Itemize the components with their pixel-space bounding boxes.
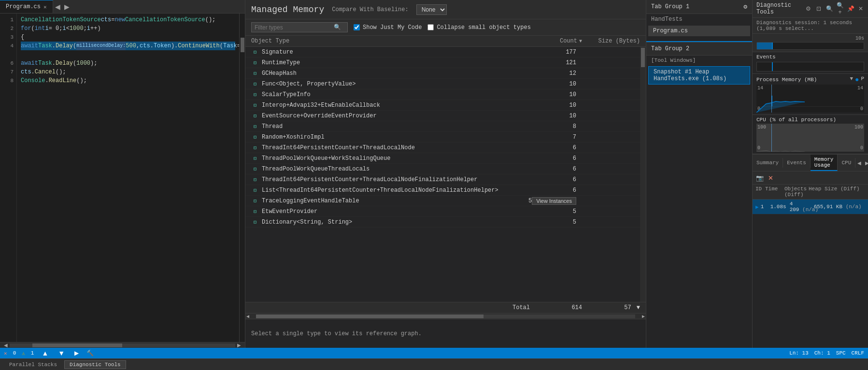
collapse-small-group: Collapse small object types <box>427 24 530 31</box>
gear-icon[interactable]: ⚙ <box>743 3 747 11</box>
object-count: 5 <box>528 219 576 226</box>
close-icon[interactable]: ✕ <box>43 4 47 10</box>
tab-memory-usage[interactable]: Memory Usage <box>811 155 838 171</box>
process-memory-label: Process Memory (MB) <box>756 77 817 83</box>
object-count: 177 <box>528 49 576 56</box>
filter-input[interactable] <box>255 24 332 31</box>
chart-icons: ▼ ● P <box>850 76 864 84</box>
memory-horizontal-scrollbar[interactable]: ◀ ▶ <box>245 313 646 319</box>
scroll-left-btn[interactable]: ◀ <box>2 342 10 348</box>
tab-diagnostic-tools[interactable]: Diagnostic Tools <box>64 360 126 369</box>
tab-parallel-stacks[interactable]: Parallel Stacks <box>4 360 62 369</box>
snapshot-row[interactable]: ▶ 1 1.08s 4 209 (n/a) 655,91 KB (n/a) <box>753 199 868 214</box>
timeline-track[interactable] <box>756 42 864 50</box>
scroll-down-btn[interactable]: ▼ <box>56 348 67 358</box>
program-cs-file[interactable]: Program.cs <box>648 26 750 36</box>
table-row[interactable]: ⊡ ThreadPoolWorkQueueThreadLocals 6 <box>245 164 640 174</box>
table-row[interactable]: ⊡ ThreadInt64PersistentCounter+ThreadLoc… <box>245 142 640 153</box>
events-section: Events <box>753 52 868 74</box>
code-content-area: 1 2 3 4 6 7 8 CancellationTokenSource ct… <box>0 14 245 342</box>
table-row[interactable]: ⊡ ScalarTypeInfo 10 <box>245 89 640 100</box>
code-lines[interactable]: CancellationTokenSource cts = new Cancel… <box>17 14 239 342</box>
table-row[interactable]: ⊡ EtwEventProvider 5 <box>245 206 640 217</box>
timeline-label: 10s <box>855 36 864 41</box>
collapse-small-checkbox[interactable] <box>427 24 434 30</box>
object-icon: ⊡ <box>251 176 259 184</box>
object-count: 121 <box>528 59 576 66</box>
snapshot-item[interactable]: Snapshot #1 Heap HandTests.exe (1.08s) <box>648 66 750 85</box>
horizontal-scrollbar[interactable]: ◀ ▶ <box>0 342 245 348</box>
table-row[interactable]: ⊡ Signature 177 <box>245 47 640 57</box>
diagnostic-tools-panel: Diagnostic Tools ⚙ ⊡ 🔍 🔍+ 📌 ✕ Diagnostic… <box>752 0 868 348</box>
code-editor-panel: Program.cs ✕ ◀ ▶ 1 2 3 4 6 7 8 Cancellat… <box>0 0 245 348</box>
table-row[interactable]: ⊡ EventSource+OverrideEventProvider 10 <box>245 111 640 121</box>
object-count: 6 <box>528 166 576 172</box>
filter-icon[interactable]: ▼ <box>850 76 853 84</box>
warning-count: 1 <box>31 350 34 356</box>
hand-tests-label: HandTests <box>646 14 752 25</box>
view-instances-button[interactable]: View Instances <box>532 197 576 205</box>
table-row[interactable]: ⊡ ThreadPoolWorkQueue+WorkStealingQueue … <box>245 153 640 164</box>
scroll-right-btn[interactable]: ▶ <box>235 342 243 348</box>
vertical-scrollbar[interactable] <box>640 47 646 302</box>
total-size: 57 ▼ <box>582 304 640 311</box>
snapshot-actions: 📷 ✕ <box>753 171 868 185</box>
snap-heap: 655,91 KB (n/a) <box>814 204 865 210</box>
object-icon: ⊡ <box>251 155 259 162</box>
tab-summary[interactable]: Summary <box>753 158 783 168</box>
object-type-name: Func<Object, PropertyValue> <box>262 81 528 87</box>
table-row[interactable]: ⊡ List<ThreadInt64PersistentCounter+Thre… <box>245 185 640 196</box>
zoom-in-icon[interactable]: 🔍+ <box>836 4 844 13</box>
search-box[interactable]: 🔍 <box>251 22 348 32</box>
managed-memory-panel: Managed Memory Compare With Baseline: No… <box>245 0 646 348</box>
run-icon[interactable]: ▶ <box>72 349 81 357</box>
object-type-name: Thread <box>262 123 528 130</box>
pin-icon[interactable]: 📌 <box>846 4 855 13</box>
program-cs-tab[interactable]: Program.cs ✕ <box>0 0 53 13</box>
editor-scrollbar[interactable] <box>239 14 245 342</box>
tab-events[interactable]: Events <box>783 158 811 168</box>
table-row[interactable]: ⊡ ThreadInt64PersistentCounter+ThreadLoc… <box>245 174 640 185</box>
object-type-name: RuntimeType <box>262 59 528 66</box>
table-row[interactable]: ⊡ Dictionary<String, String> 5 <box>245 217 640 228</box>
close-diag-button[interactable]: ✕ <box>857 4 864 13</box>
events-label: Events <box>756 54 864 60</box>
tool-windows-label: [Tool Windows] <box>646 56 752 65</box>
search-diag-icon[interactable]: 🔍 <box>825 4 834 13</box>
table-row[interactable]: ⊡ GCHeapHash 12 <box>245 68 640 79</box>
scroll-right-button[interactable]: ▶ <box>62 2 71 12</box>
camera-icon[interactable]: 📷 <box>755 173 764 182</box>
scroll-up-btn[interactable]: ▲ <box>40 348 50 358</box>
tab-group-1-title: Tab Group 1 <box>651 3 689 10</box>
cpu-chart: 100 0 100 0 <box>756 124 864 152</box>
object-type-name: ScalarTypeInfo <box>262 91 528 98</box>
cpu-label: CPU (% of all processors) <box>756 117 836 123</box>
snap-id: 1 <box>761 204 770 210</box>
scroll-left-button[interactable]: ◀ <box>53 2 62 12</box>
object-count: 5 <box>528 208 576 215</box>
compare-select[interactable]: None <box>416 4 447 15</box>
expand-icon[interactable]: ▼ <box>637 304 640 311</box>
table-row[interactable]: ⊡ Interop+Advapi32+EtwEnableCallback 10 <box>245 100 640 111</box>
tab-scroll-left[interactable]: ◀ <box>855 159 863 167</box>
col-size: Size (Bytes) <box>582 38 640 44</box>
search-icon: 🔍 <box>334 24 341 31</box>
delete-snapshot-icon[interactable]: ✕ <box>766 173 775 182</box>
tab-scroll-right[interactable]: ▶ <box>863 159 868 167</box>
table-row[interactable]: ⊡ Thread 8 <box>245 121 640 132</box>
object-icon: ⊡ <box>251 133 259 141</box>
table-row[interactable]: ⊡ Random+XoshiroImpl 7 <box>245 132 640 142</box>
object-icon: ⊡ <box>251 112 259 120</box>
select-icon[interactable]: ⊡ <box>814 4 823 13</box>
cpu-chart-header: CPU (% of all processors) <box>756 117 864 123</box>
object-count: 10 <box>528 113 576 119</box>
show-my-code-checkbox[interactable] <box>354 24 360 30</box>
table-row[interactable]: ⊡ Func<Object, PropertyValue> 10 <box>245 79 640 89</box>
memory-header: Managed Memory Compare With Baseline: No… <box>245 0 646 19</box>
tab-cpu[interactable]: CPU <box>838 158 855 168</box>
table-row[interactable]: ⊡ RuntimeType 121 <box>245 57 640 68</box>
object-type-name: EtwEventProvider <box>262 208 528 215</box>
table-row[interactable]: ⊡ TraceLoggingEventHandleTable 5 View In… <box>245 196 640 206</box>
snapshot-table-header: ID Time Objects (Diff) Heap Size (Diff) <box>753 185 868 199</box>
settings-icon[interactable]: ⚙ <box>804 4 812 13</box>
